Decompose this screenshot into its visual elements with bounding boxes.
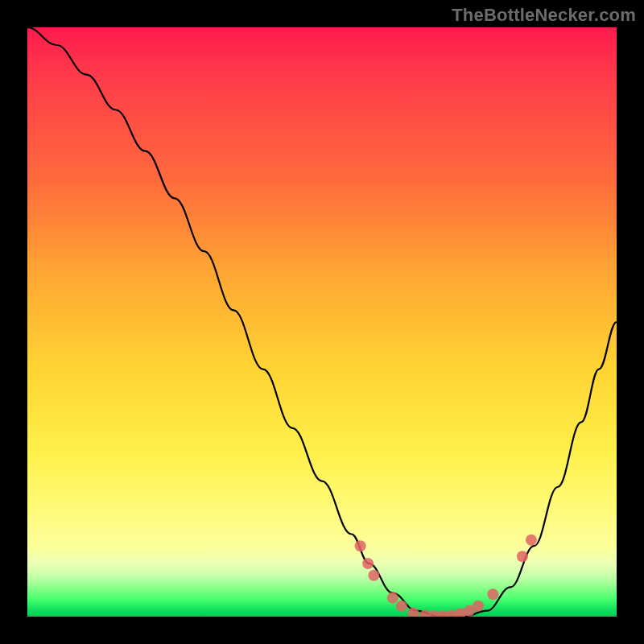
- curve-marker: [387, 592, 398, 604]
- bottleneck-curve: [27, 27, 617, 617]
- curve-marker: [517, 551, 528, 562]
- curve-marker: [362, 558, 374, 569]
- curve-marker: [408, 608, 419, 617]
- curve-marker: [473, 601, 484, 612]
- curve-marker: [526, 535, 537, 546]
- plot-area: [27, 27, 617, 617]
- curve-marker: [396, 601, 407, 612]
- curve-marker: [487, 588, 498, 600]
- bottleneck-curve-svg: [27, 27, 617, 617]
- marker-group: [355, 535, 537, 617]
- watermark-text: TheBottleNecker.com: [452, 5, 636, 26]
- curve-marker: [368, 570, 379, 581]
- curve-marker: [355, 540, 366, 551]
